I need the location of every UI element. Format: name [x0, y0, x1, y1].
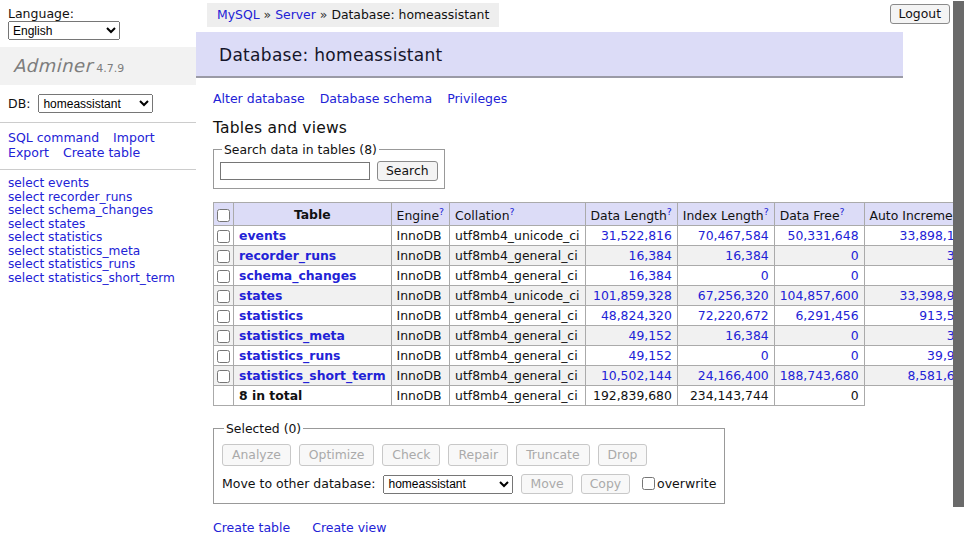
row-checkbox[interactable]	[217, 310, 230, 323]
sidebar-item-select-statistics-short-term[interactable]: select statistics_short_term	[8, 272, 188, 286]
sidebar-item-select-statistics-runs[interactable]: select statistics_runs	[8, 258, 188, 272]
index-length-link[interactable]: 72,220,672	[698, 308, 769, 323]
engine-cell: InnoDB	[391, 326, 450, 346]
help-icon[interactable]: ?	[510, 206, 515, 217]
db-select[interactable]: homeassistant	[38, 94, 153, 113]
table-row: statistics_meta InnoDB utf8mb4_general_c…	[214, 326, 966, 346]
row-checkbox[interactable]	[217, 370, 230, 383]
data-length-link[interactable]: 16,384	[629, 268, 672, 283]
table-name-link[interactable]: statistics_runs	[239, 348, 340, 363]
sidebar-item-select-recorder-runs[interactable]: select recorder_runs	[8, 191, 188, 205]
export-link[interactable]: Export	[8, 145, 49, 160]
table-name-link[interactable]: statistics_short_term	[239, 368, 386, 383]
truncate-button[interactable]: Truncate	[516, 444, 589, 466]
drop-button[interactable]: Drop	[598, 444, 648, 466]
row-checkbox[interactable]	[217, 330, 230, 343]
privileges-link[interactable]: Privileges	[447, 91, 507, 106]
help-icon[interactable]: ?	[439, 206, 444, 217]
table-name-link[interactable]: statistics	[239, 308, 303, 323]
breadcrumb-server-link[interactable]: Server	[275, 7, 316, 22]
sidebar: Language: English Adminer4.7.9 DB: homea…	[0, 0, 196, 292]
language-label: Language:	[8, 6, 74, 21]
row-checkbox[interactable]	[217, 270, 230, 283]
create-table-link-sidebar[interactable]: Create table	[63, 145, 140, 160]
data-free-link[interactable]: 0	[851, 348, 859, 363]
search-input[interactable]	[220, 162, 370, 180]
move-button[interactable]: Move	[521, 474, 572, 494]
create-view-link[interactable]: Create view	[312, 520, 386, 535]
total-collation: utf8mb4_general_ci	[450, 386, 585, 406]
table-create-links: Create tableCreate view	[213, 520, 953, 535]
total-engine: InnoDB	[391, 386, 450, 406]
collation-cell: utf8mb4_general_ci	[450, 366, 585, 386]
breadcrumb-separator: »	[320, 7, 328, 22]
index-length-link[interactable]: 24,166,400	[698, 368, 769, 383]
row-checkbox[interactable]	[217, 290, 230, 303]
sidebar-item-select-statistics-meta[interactable]: select statistics_meta	[8, 245, 188, 259]
index-length-link[interactable]: 16,384	[725, 248, 768, 263]
row-checkbox[interactable]	[217, 250, 230, 263]
index-length-link[interactable]: 0	[761, 268, 769, 283]
help-icon[interactable]: ?	[840, 206, 845, 217]
column-header-data-free: Data Free?	[774, 203, 864, 226]
tables-and-views-heading: Tables and views	[213, 119, 953, 137]
data-length-link[interactable]: 48,824,320	[601, 308, 672, 323]
data-free-link[interactable]: 50,331,648	[788, 228, 859, 243]
sql-command-link[interactable]: SQL command	[8, 130, 99, 145]
select-all-checkbox[interactable]	[217, 209, 230, 222]
breadcrumb-mysql-link[interactable]: MySQL	[217, 7, 260, 22]
selected-legend: Selected (0)	[224, 421, 303, 436]
language-row: Language: English	[0, 0, 196, 47]
data-free-link[interactable]: 0	[851, 328, 859, 343]
sidebar-item-select-states[interactable]: select states	[8, 218, 188, 232]
index-length-link[interactable]: 67,256,320	[698, 288, 769, 303]
import-link[interactable]: Import	[113, 130, 155, 145]
search-button[interactable]: Search	[377, 161, 438, 181]
data-length-link[interactable]: 101,859,328	[593, 288, 672, 303]
table-name-link[interactable]: events	[239, 228, 286, 243]
move-database-select[interactable]: homeassistant	[383, 475, 513, 494]
data-free-link[interactable]: 0	[851, 268, 859, 283]
data-length-link[interactable]: 49,152	[629, 348, 672, 363]
db-label: DB:	[8, 96, 30, 111]
column-header-table: Table	[234, 203, 392, 226]
analyze-button[interactable]: Analyze	[222, 444, 291, 466]
alter-database-link[interactable]: Alter database	[213, 91, 305, 106]
sidebar-item-select-statistics[interactable]: select statistics	[8, 231, 188, 245]
logout-button[interactable]: Logout	[890, 4, 950, 24]
table-name-link[interactable]: statistics_meta	[239, 328, 345, 343]
sidebar-item-select-schema-changes[interactable]: select schema_changes	[8, 204, 188, 218]
database-schema-link[interactable]: Database schema	[320, 91, 432, 106]
language-select[interactable]: English	[8, 21, 120, 40]
index-length-link[interactable]: 0	[761, 348, 769, 363]
table-name-link[interactable]: schema_changes	[239, 268, 356, 283]
data-free-link[interactable]: 0	[851, 248, 859, 263]
table-name-link[interactable]: states	[239, 288, 282, 303]
main-content: MySQL»Server»Database: homeassistant Dat…	[196, 0, 953, 543]
scrollbar-thumb[interactable]	[953, 1, 964, 507]
index-length-link[interactable]: 16,384	[725, 328, 768, 343]
copy-button[interactable]: Copy	[581, 474, 630, 494]
help-icon[interactable]: ?	[764, 206, 769, 217]
data-length-link[interactable]: 31,522,816	[601, 228, 672, 243]
data-free-link[interactable]: 104,857,600	[780, 288, 859, 303]
sidebar-table-links: select events select recorder_runs selec…	[0, 170, 196, 292]
create-table-link[interactable]: Create table	[213, 520, 290, 535]
index-length-link[interactable]: 70,467,584	[698, 228, 769, 243]
row-checkbox[interactable]	[217, 350, 230, 363]
data-length-link[interactable]: 49,152	[629, 328, 672, 343]
data-length-link[interactable]: 16,384	[629, 248, 672, 263]
optimize-button[interactable]: Optimize	[299, 444, 375, 466]
overwrite-checkbox[interactable]	[642, 477, 655, 490]
sidebar-item-select-events[interactable]: select events	[8, 177, 188, 191]
data-free-link[interactable]: 188,743,680	[780, 368, 859, 383]
data-length-link[interactable]: 10,502,144	[601, 368, 672, 383]
repair-button[interactable]: Repair	[448, 444, 508, 466]
collation-cell: utf8mb4_general_ci	[450, 266, 585, 286]
check-button[interactable]: Check	[382, 444, 440, 466]
help-icon[interactable]: ?	[667, 206, 672, 217]
row-checkbox[interactable]	[217, 230, 230, 243]
data-free-link[interactable]: 6,291,456	[795, 308, 858, 323]
scrollbar-track[interactable]	[953, 0, 966, 543]
table-name-link[interactable]: recorder_runs	[239, 248, 336, 263]
